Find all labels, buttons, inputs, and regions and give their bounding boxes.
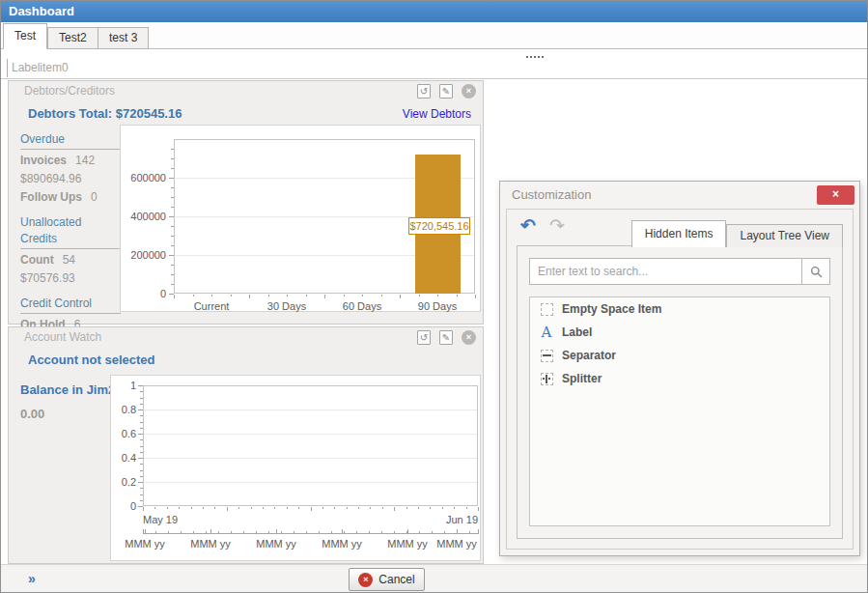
- range-minor-tick: [206, 531, 207, 533]
- cancel-button[interactable]: × Cancel: [349, 568, 425, 591]
- balance-label: Balance in Jim2: [20, 382, 115, 397]
- search-button[interactable]: [801, 259, 829, 284]
- footer-bar: » × Cancel: [1, 564, 867, 592]
- tab-hidden-items[interactable]: Hidden Items: [631, 220, 727, 247]
- customization-tabs: Hidden Items Layout Tree View: [631, 220, 843, 247]
- y-minor-tick: [140, 446, 143, 447]
- edit-icon[interactable]: ✎: [439, 330, 453, 345]
- redo-icon[interactable]: ↷: [549, 214, 565, 237]
- range-minor-tick: [231, 531, 232, 533]
- y-minor-tick: [171, 207, 174, 208]
- edit-icon[interactable]: ✎: [439, 84, 453, 99]
- x-minor-tick: [203, 507, 204, 509]
- range-minor-tick: [344, 531, 345, 533]
- range-minor-tick: [155, 531, 156, 533]
- y-minor-tick: [171, 284, 174, 285]
- close-icon[interactable]: ×: [462, 330, 476, 345]
- x-minor-tick: [167, 507, 168, 509]
- refresh-icon[interactable]: ↺: [417, 330, 431, 345]
- content-divider: [1, 78, 867, 79]
- sidebar-group-header: Overdue: [20, 131, 121, 150]
- tab-test-3[interactable]: test 3: [98, 27, 149, 49]
- view-debtors-link[interactable]: View Debtors: [403, 107, 471, 121]
- account-watch-panel: Account Watch ↺ ✎ × Account not selected…: [8, 326, 484, 564]
- y-minor-tick: [140, 404, 143, 405]
- x-category-label: Current: [173, 300, 250, 312]
- range-minor-tick: [218, 531, 219, 533]
- tab-test[interactable]: Test: [3, 23, 47, 49]
- y-minor-tick: [140, 398, 143, 399]
- close-icon[interactable]: ×: [462, 84, 476, 99]
- x-minor-tick: [344, 295, 345, 296]
- x-minor-tick: [154, 507, 155, 509]
- tab-layout-tree-view[interactable]: Layout Tree View: [726, 224, 843, 247]
- x-minor-tick: [231, 295, 232, 296]
- y-minor-tick: [140, 391, 143, 392]
- x-tick: [478, 507, 479, 511]
- x-minor-tick: [263, 507, 264, 509]
- y-tick-label: 0: [121, 288, 166, 299]
- range-tick: [342, 529, 343, 533]
- x-minor-tick: [238, 507, 239, 509]
- range-minor-tick: [406, 531, 407, 533]
- empty-space-icon: [540, 302, 553, 316]
- account-panel-toolbar: ↺ ✎ ×: [417, 330, 476, 345]
- range-end-cap: [478, 529, 479, 534]
- customization-titlebar[interactable]: Customization ×: [500, 182, 859, 209]
- y-tick-label: 0.8: [111, 404, 136, 415]
- range-minor-tick: [356, 531, 357, 533]
- y-tick: [138, 385, 143, 386]
- range-minor-tick: [469, 531, 470, 533]
- y-tick-label: 200000: [121, 249, 166, 261]
- y-tick: [138, 434, 143, 435]
- y-minor-tick: [171, 197, 174, 198]
- window-titlebar: Dashboard: [1, 1, 867, 22]
- x-minor-tick: [358, 507, 359, 509]
- list-item-label[interactable]: A Label: [530, 321, 829, 344]
- range-minor-tick: [243, 531, 244, 533]
- expand-chevrons-button[interactable]: »: [28, 571, 36, 586]
- hidden-items-panel: Empty Space Item A Label Separator Split…: [517, 245, 843, 539]
- refresh-icon[interactable]: ↺: [417, 84, 431, 99]
- dashboard-tabstrip: Test Test2 test 3: [1, 22, 867, 49]
- debtors-total-label: Debtors Total: $720545.16: [28, 106, 182, 121]
- range-tick: [276, 529, 277, 533]
- y-minor-tick: [171, 158, 174, 159]
- dashboard-label-item[interactable]: Labelitem0: [7, 59, 69, 77]
- x-minor-tick: [370, 507, 371, 509]
- list-item-splitter[interactable]: Splitter: [530, 367, 829, 390]
- list-item-separator[interactable]: Separator: [530, 344, 829, 367]
- x-minor-tick: [306, 295, 307, 296]
- drag-grip-icon[interactable]: [526, 56, 528, 58]
- range-tick: [407, 529, 408, 533]
- cancel-x-icon: ×: [358, 573, 373, 587]
- gridline: [144, 409, 477, 410]
- debtors-aging-chart: 0200000400000600000Current30 Days60 Days…: [120, 125, 481, 312]
- y-tick: [138, 482, 143, 483]
- y-minor-tick: [171, 265, 174, 266]
- dashboard-window: Dashboard Test Test2 test 3 Labelitem0 D…: [0, 0, 868, 593]
- cancel-label: Cancel: [378, 573, 414, 586]
- range-tick-label: MMM yy: [433, 538, 481, 550]
- y-minor-tick: [171, 168, 174, 169]
- y-tick-label: 600000: [121, 172, 166, 184]
- list-item-empty-space[interactable]: Empty Space Item: [530, 297, 829, 321]
- customization-toolbar: ↶ ↷ Hidden Items Layout Tree View: [507, 210, 853, 246]
- x-minor-tick: [454, 507, 455, 509]
- search-input[interactable]: [530, 259, 801, 284]
- y-minor-tick: [171, 149, 174, 150]
- x-minor-tick: [347, 507, 348, 509]
- x-tick: [227, 507, 228, 511]
- y-tick-label: 0.4: [111, 452, 136, 464]
- tab-test2[interactable]: Test2: [47, 27, 98, 49]
- sidebar-row: $70576.93: [20, 269, 121, 288]
- y-tick: [138, 458, 143, 459]
- y-minor-tick: [171, 274, 174, 275]
- undo-icon[interactable]: ↶: [520, 214, 536, 237]
- close-button[interactable]: ×: [817, 185, 854, 205]
- range-axis-line: [143, 533, 478, 534]
- x-minor-tick: [457, 295, 458, 296]
- x-minor-tick: [382, 507, 383, 509]
- gridline: [144, 458, 477, 459]
- range-minor-tick: [319, 531, 320, 533]
